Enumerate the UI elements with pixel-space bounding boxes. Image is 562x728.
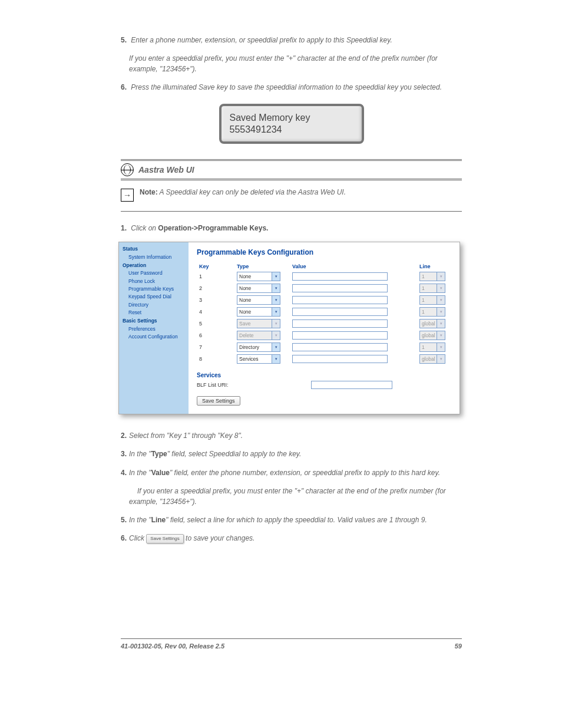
chevron-down-icon: ▾ bbox=[272, 272, 280, 281]
chevron-down-icon: ▾ bbox=[272, 331, 280, 340]
chevron-down-icon: ▾ bbox=[437, 272, 445, 281]
footer-right: 59 bbox=[455, 643, 462, 650]
cell-key: 2 bbox=[197, 282, 234, 294]
col-key: Key bbox=[197, 262, 234, 271]
step-number: 1. bbox=[121, 223, 129, 233]
col-line: Line bbox=[417, 262, 451, 271]
bold-term: Value bbox=[151, 469, 170, 477]
sidebar-item[interactable]: Directory bbox=[119, 301, 189, 308]
chevron-down-icon: ▾ bbox=[437, 308, 445, 316]
type-select[interactable]: Services▾ bbox=[237, 354, 280, 364]
type-select[interactable]: None▾ bbox=[237, 272, 280, 281]
sidebar-header: Status bbox=[119, 245, 189, 253]
chevron-down-icon: ▾ bbox=[437, 343, 445, 351]
webui-screenshot: StatusSystem InformationOperationUser Pa… bbox=[118, 242, 460, 414]
type-select[interactable]: Directory▾ bbox=[237, 342, 280, 352]
col-value: Value bbox=[290, 262, 417, 271]
step-text: Click on Operation->Programmable Keys. bbox=[131, 224, 268, 232]
chevron-down-icon: ▾ bbox=[272, 308, 280, 316]
services-heading: Services bbox=[197, 372, 451, 378]
line-select: 1▾ bbox=[419, 295, 445, 305]
note-label: Note: bbox=[140, 188, 158, 196]
table-row: 5Save▾global▾ bbox=[197, 318, 451, 330]
save-settings-inline-button: Save Settings bbox=[146, 534, 183, 543]
step-number: 5. bbox=[121, 515, 129, 525]
step-number: 3. bbox=[121, 449, 129, 459]
note-body: A Speeddial key can only be deleted via … bbox=[160, 188, 346, 196]
col-type: Type bbox=[234, 262, 290, 271]
step-number: 5. bbox=[121, 35, 129, 45]
value-input[interactable] bbox=[292, 343, 388, 351]
type-select: Delete▾ bbox=[237, 331, 280, 340]
step-subtext: If you enter a speeddial prefix, you mus… bbox=[129, 54, 438, 73]
chevron-down-icon: ▾ bbox=[437, 355, 445, 363]
sidebar-item[interactable]: Phone Lock bbox=[119, 277, 189, 285]
table-row: 4None▾1▾ bbox=[197, 306, 451, 318]
sidebar-header: Operation bbox=[119, 261, 189, 269]
globe-icon bbox=[121, 163, 134, 176]
step-number: 6. bbox=[121, 533, 129, 543]
section-heading: Aastra Web UI bbox=[138, 165, 194, 174]
step-text: In the "Type" field, select Speeddial to… bbox=[129, 450, 301, 458]
line-select: 1▾ bbox=[419, 307, 445, 317]
sidebar-item[interactable]: Keypad Speed Dial bbox=[119, 293, 189, 301]
type-select: Save▾ bbox=[237, 319, 280, 328]
sidebar-item[interactable]: Reset bbox=[119, 308, 189, 316]
cell-key: 1 bbox=[197, 271, 234, 282]
sidebar-item[interactable]: Preferences bbox=[119, 325, 189, 332]
line-select: global▾ bbox=[419, 319, 445, 328]
step-text: Select from "Key 1" through "Key 8". bbox=[129, 431, 243, 440]
note-text: Note: A Speeddial key can only be delete… bbox=[140, 187, 462, 197]
chevron-down-icon: ▾ bbox=[437, 284, 445, 292]
type-select[interactable]: None▾ bbox=[237, 295, 280, 305]
blf-label: BLF List URI: bbox=[197, 382, 229, 388]
sidebar-item[interactable]: Account Configuration bbox=[119, 332, 189, 340]
type-select[interactable]: None▾ bbox=[237, 307, 280, 317]
sidebar-header: Basic Settings bbox=[119, 317, 189, 325]
cell-key: 7 bbox=[197, 341, 234, 353]
value-input[interactable] bbox=[292, 296, 388, 304]
footer-left: 41-001302-05, Rev 00, Release 2.5 bbox=[121, 643, 224, 650]
table-row: 3None▾1▾ bbox=[197, 294, 451, 306]
cell-key: 8 bbox=[197, 353, 234, 365]
arrow-right-icon: → bbox=[121, 189, 134, 202]
lcd-line-2: 5553491234 bbox=[230, 124, 353, 136]
value-input[interactable] bbox=[292, 284, 388, 292]
chevron-down-icon: ▾ bbox=[437, 319, 445, 328]
sidebar-item[interactable]: User Password bbox=[119, 269, 189, 277]
value-input[interactable] bbox=[292, 319, 388, 328]
step-text: In the "Line" field, select a line for w… bbox=[129, 516, 427, 524]
cell-key: 6 bbox=[197, 330, 234, 341]
sidebar-item[interactable]: Programmable Keys bbox=[119, 285, 189, 293]
step-number: 4. bbox=[121, 468, 129, 478]
save-settings-button[interactable]: Save Settings bbox=[197, 396, 240, 406]
table-row: 2None▾1▾ bbox=[197, 282, 451, 294]
line-select: 1▾ bbox=[419, 342, 445, 352]
step-number: 6. bbox=[121, 83, 129, 93]
table-row: 8Services▾global▾ bbox=[197, 353, 451, 365]
chevron-down-icon: ▾ bbox=[437, 296, 445, 304]
bold-term: Line bbox=[151, 516, 166, 524]
step-text: Enter a phone number, extension, or spee… bbox=[131, 36, 392, 44]
step-text: If you enter a speeddial prefix, you mus… bbox=[129, 487, 446, 505]
line-select: 1▾ bbox=[419, 284, 445, 293]
lcd-line-1: Saved Memory key bbox=[230, 112, 353, 124]
value-input[interactable] bbox=[292, 355, 388, 363]
table-row: 1None▾1▾ bbox=[197, 271, 451, 282]
blf-input[interactable] bbox=[311, 381, 392, 389]
chevron-down-icon: ▾ bbox=[272, 343, 280, 351]
type-select[interactable]: None▾ bbox=[237, 284, 280, 293]
cell-key: 3 bbox=[197, 294, 234, 306]
value-input[interactable] bbox=[292, 272, 388, 281]
keys-table: Key Type Value Line 1None▾1▾2None▾1▾3Non… bbox=[197, 262, 451, 365]
panel-title: Programmable Keys Configuration bbox=[197, 248, 451, 256]
table-row: 7Directory▾1▾ bbox=[197, 341, 451, 353]
bold-term: Type bbox=[151, 450, 167, 458]
cell-key: 5 bbox=[197, 318, 234, 330]
value-input[interactable] bbox=[292, 308, 388, 316]
sidebar-item[interactable]: System Information bbox=[119, 253, 189, 261]
main-panel: Programmable Keys Configuration Key Type… bbox=[189, 242, 459, 414]
value-input[interactable] bbox=[292, 331, 388, 340]
line-select: global▾ bbox=[419, 354, 445, 364]
step-text: In the "Value" field, enter the phone nu… bbox=[129, 469, 440, 477]
